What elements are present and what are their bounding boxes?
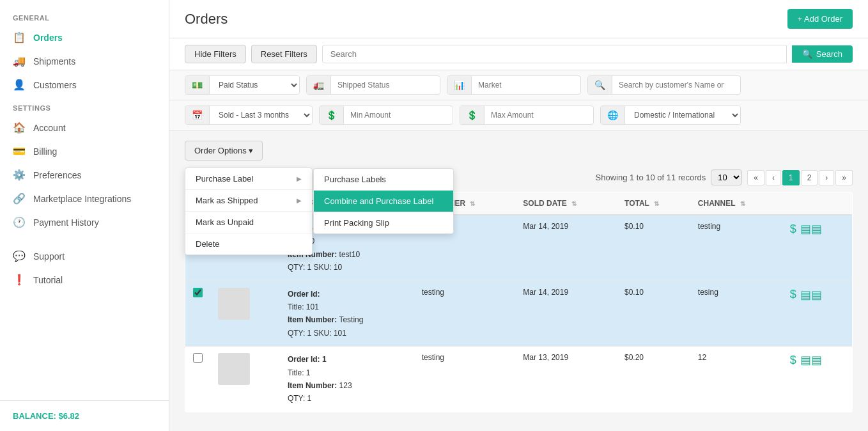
billing-icon: 💳	[13, 145, 26, 157]
sub-item-combine-purchase[interactable]: Combine and Purchase Label	[314, 191, 453, 212]
per-page-select[interactable]: 10	[711, 169, 742, 185]
row-actions: $ ▤▤	[782, 347, 853, 412]
market-input[interactable]	[472, 77, 580, 93]
max-amount-filter: 💲	[460, 106, 594, 125]
reset-filters-button[interactable]: Reset Filters	[251, 45, 317, 63]
pagination-page1[interactable]: 1	[782, 170, 800, 185]
row-checkbox-cell[interactable]	[185, 347, 211, 412]
sold-months-select[interactable]: Sold - Last 3 months	[210, 106, 312, 124]
balance-value: $6.82	[59, 411, 80, 421]
sidebar-item-label: Tutorial	[33, 275, 63, 285]
marketplace-icon: 🔗	[13, 192, 26, 205]
row-checkbox-cell[interactable]	[185, 281, 211, 347]
order-options-button[interactable]: Order Options ▾	[185, 141, 263, 161]
arrow-icon: ▶	[297, 175, 302, 182]
payment-history-icon: 🕐	[13, 216, 26, 228]
pagination-prev[interactable]: ‹	[766, 170, 781, 185]
row-sold-date: Mar 14, 2019	[515, 215, 617, 281]
sold-last-months-filter: 📅 Sold - Last 3 months	[185, 106, 313, 125]
customer-search-input[interactable]	[612, 77, 740, 93]
barcode-action-icon[interactable]: ▤▤	[800, 288, 822, 302]
col-sold-date[interactable]: SOLD DATE ⇅	[515, 192, 617, 216]
content-area: Order Options ▾ Purchase Label ▶ Purchas…	[169, 130, 868, 431]
main-search-input[interactable]	[322, 45, 787, 63]
sidebar-item-shipments[interactable]: 🚚 Shipments	[0, 49, 169, 73]
sidebar-item-label: Account	[33, 123, 66, 133]
dropdown-item-mark-unpaid[interactable]: Mark as Unpaid	[185, 212, 312, 233]
min-amount-icon: 💲	[320, 106, 344, 124]
table-row: Order Id: 1 Title: 1 Item Number: 123 QT…	[185, 347, 853, 412]
max-amount-input[interactable]	[484, 107, 593, 123]
dropdown-item-mark-shipped[interactable]: Mark as Shipped ▶	[185, 190, 312, 212]
pagination-last[interactable]: »	[835, 170, 853, 185]
sidebar-item-tutorial[interactable]: ❗ Tutorial	[0, 268, 169, 292]
main-content: Orders + Add Order Hide Filters Reset Fi…	[169, 0, 868, 431]
preferences-icon: ⚙️	[13, 169, 26, 181]
support-icon: 💬	[13, 250, 26, 262]
tutorial-icon: ❗	[13, 274, 26, 286]
max-amount-icon: 💲	[460, 106, 484, 124]
filter-row-2: 📅 Sold - Last 3 months 💲 💲 🌐 Domestic / …	[169, 100, 868, 130]
globe-icon: 🌐	[601, 106, 625, 124]
sidebar-item-account[interactable]: 🏠 Account	[0, 116, 169, 139]
col-channel[interactable]: CHANNEL ⇅	[690, 192, 782, 216]
paid-status-filter: 💵 Paid Status	[185, 75, 300, 95]
dollar-action-icon[interactable]: $	[790, 223, 796, 236]
sidebar-item-support[interactable]: 💬 Support	[0, 244, 169, 268]
min-amount-input[interactable]	[344, 107, 453, 123]
search-icon: 🔍	[802, 49, 812, 59]
calendar-icon: 📅	[185, 106, 210, 124]
arrow-icon: ▶	[297, 197, 302, 204]
shipped-status-filter: 🚛	[306, 75, 440, 95]
barcode-action-icon[interactable]: ▤▤	[800, 353, 822, 367]
sidebar-item-marketplace[interactable]: 🔗 Marketplace Integrations	[0, 187, 169, 210]
paid-status-select[interactable]: Paid Status	[210, 76, 299, 94]
row-checkbox[interactable]	[193, 288, 203, 297]
market-icon: 📊	[447, 76, 472, 94]
col-total[interactable]: TOTAL ⇅	[617, 192, 690, 216]
sidebar-item-label: Marketplace Integrations	[33, 194, 131, 204]
sidebar-item-label: Preferences	[33, 170, 81, 180]
row-actions: $ ▤▤	[782, 281, 853, 347]
row-sold-date: Mar 13, 2019	[515, 347, 617, 412]
hide-filters-button[interactable]: Hide Filters	[185, 45, 246, 63]
order-options-dropdown: Purchase Label ▶ Purchase Labels Combine…	[185, 168, 313, 255]
dollar-action-icon[interactable]: $	[790, 288, 796, 301]
dollar-action-icon[interactable]: $	[790, 354, 796, 367]
customer-search-filter: 🔍	[587, 75, 741, 95]
sidebar-item-preferences[interactable]: ⚙️ Preferences	[0, 163, 169, 187]
domestic-select[interactable]: Domestic / International	[625, 106, 740, 124]
sidebar-item-orders[interactable]: 📋 Orders	[0, 26, 169, 49]
order-options-wrapper: Order Options ▾ Purchase Label ▶ Purchas…	[185, 141, 263, 161]
row-checkbox[interactable]	[193, 353, 203, 363]
sidebar-item-label: Orders	[33, 33, 63, 43]
sidebar-item-billing[interactable]: 💳 Billing	[0, 139, 169, 163]
row-customer: testing	[414, 281, 516, 347]
dropdown-item-purchase-label[interactable]: Purchase Label ▶ Purchase Labels Combine…	[185, 168, 312, 190]
domestic-filter: 🌐 Domestic / International	[600, 106, 741, 125]
main-search-button[interactable]: 🔍 Search	[792, 45, 853, 63]
pagination-page2[interactable]: 2	[801, 170, 818, 185]
table-row: Order Id: Title: 101 Item Number: Testin…	[185, 281, 853, 347]
row-customer: testing	[414, 347, 516, 412]
sub-item-print-packing-slip[interactable]: Print Packing Slip	[314, 212, 453, 233]
row-sold-date: Mar 14, 2019	[515, 281, 617, 347]
general-section-label: GENERAL	[0, 6, 169, 26]
filters-bar: Hide Filters Reset Filters 🔍 Search	[169, 38, 868, 70]
add-order-button[interactable]: + Add Order	[787, 9, 853, 29]
row-order-info: Order Id: Title: 101 Item Number: Testin…	[280, 281, 414, 347]
dropdown-item-delete[interactable]: Delete	[185, 233, 312, 255]
pagination-next[interactable]: ›	[819, 170, 834, 185]
row-total: $0.10	[617, 281, 690, 347]
sidebar-item-payment-history[interactable]: 🕐 Payment History	[0, 210, 169, 234]
row-actions: $ ▤▤	[782, 215, 853, 281]
barcode-action-icon[interactable]: ▤▤	[800, 222, 822, 236]
shipped-status-input[interactable]	[331, 77, 440, 93]
row-total: $0.20	[617, 347, 690, 412]
sidebar-item-label: Payment History	[33, 217, 99, 228]
sub-item-purchase-labels[interactable]: Purchase Labels	[314, 169, 453, 191]
sidebar-item-customers[interactable]: 👤 Customers	[0, 73, 169, 97]
row-channel: testing	[690, 215, 782, 281]
min-amount-filter: 💲	[319, 106, 453, 125]
pagination-first[interactable]: «	[747, 170, 764, 185]
